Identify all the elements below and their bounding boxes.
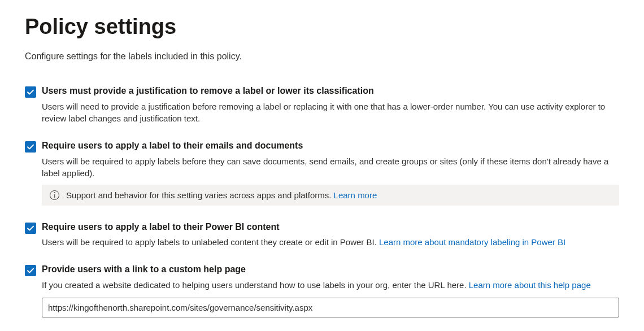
page-description: Configure settings for the labels includ… bbox=[25, 51, 619, 62]
check-icon bbox=[27, 267, 34, 275]
check-icon bbox=[27, 143, 34, 151]
check-icon bbox=[27, 224, 34, 232]
option-custom-help: Provide users with a link to a custom he… bbox=[25, 264, 619, 317]
info-icon bbox=[50, 190, 59, 200]
checkbox-require-powerbi[interactable] bbox=[25, 223, 36, 234]
option-require-emails-docs-title: Require users to apply a label to their … bbox=[42, 140, 619, 152]
checkbox-require-emails-docs[interactable] bbox=[25, 141, 36, 153]
option-require-powerbi-title: Require users to apply a label to their … bbox=[42, 221, 619, 233]
checkbox-justification[interactable] bbox=[25, 86, 36, 98]
info-learn-more-link[interactable]: Learn more bbox=[334, 190, 377, 200]
option-require-powerbi-desc: Users will be required to apply labels t… bbox=[42, 236, 619, 248]
check-icon bbox=[27, 88, 34, 96]
custom-help-learn-more-link[interactable]: Learn more about this help page bbox=[469, 280, 591, 290]
checkbox-custom-help[interactable] bbox=[25, 265, 36, 276]
option-require-emails-docs: Require users to apply a label to their … bbox=[25, 140, 619, 206]
info-bar-emails-docs: Support and behavior for this setting va… bbox=[42, 185, 619, 206]
option-require-powerbi-desc-text: Users will be required to apply labels t… bbox=[42, 237, 379, 247]
option-require-emails-docs-desc: Users will be required to apply labels b… bbox=[42, 155, 619, 179]
option-custom-help-desc-text: If you created a website dedicated to he… bbox=[42, 280, 469, 290]
option-justification-title: Users must provide a justification to re… bbox=[42, 85, 619, 97]
option-custom-help-desc: If you created a website dedicated to he… bbox=[42, 279, 619, 291]
option-justification-desc: Users will need to provide a justificati… bbox=[42, 101, 619, 124]
option-justification: Users must provide a justification to re… bbox=[25, 85, 619, 124]
option-custom-help-title: Provide users with a link to a custom he… bbox=[42, 264, 619, 276]
option-require-powerbi: Require users to apply a label to their … bbox=[25, 221, 619, 249]
page-title: Policy settings bbox=[25, 15, 619, 39]
custom-help-url-input[interactable] bbox=[42, 298, 619, 317]
info-bar-text: Support and behavior for this setting va… bbox=[66, 190, 334, 200]
powerbi-learn-more-link[interactable]: Learn more about mandatory labeling in P… bbox=[379, 237, 565, 247]
